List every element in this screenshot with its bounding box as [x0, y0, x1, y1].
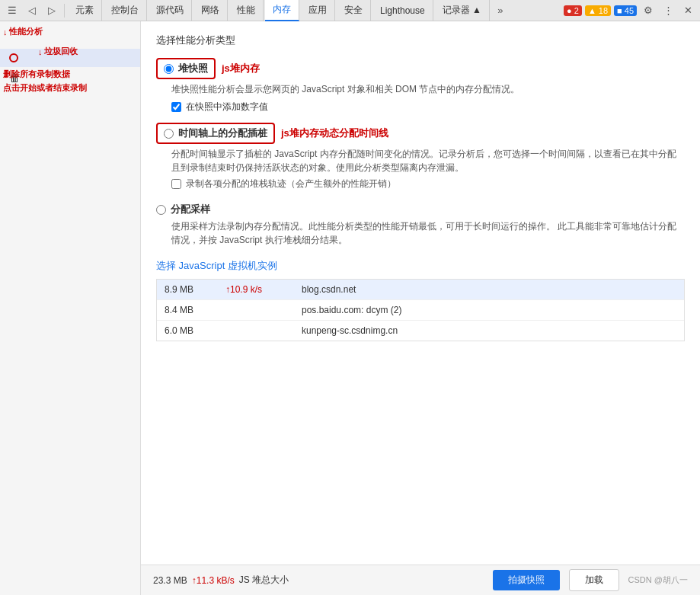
- sampling-radio[interactable]: [156, 205, 166, 215]
- tab-recorder[interactable]: 记录器 ▲: [435, 0, 490, 21]
- timeline-annotation: js堆内存动态分配时间线: [281, 126, 388, 140]
- heap-snapshot-bordered: 堆快照: [156, 58, 216, 79]
- option-sampling: 分配采样 使用采样方法录制内存分配情况。此性能分析类型的性能开销最低，可用于长时…: [156, 203, 685, 247]
- heap-annotation: js堆内存: [222, 62, 260, 75]
- bottom-bar: 23.3 MB ↑11.3 kB/s JS 堆总大小 拍摄快照 加载 CSDN …: [141, 565, 700, 595]
- option-timeline: 时间轴上的分配插桩 js堆内存动态分配时间线 分配时间轴显示了插桩的 JavaS…: [156, 123, 685, 190]
- heap-snapshot-label[interactable]: 堆快照: [178, 62, 208, 75]
- timeline-sub: 录制各项分配的堆栈轨迹（会产生额外的性能开销）: [171, 178, 685, 190]
- timeline-header: 时间轴上的分配插桩 js堆内存动态分配时间线: [156, 123, 685, 144]
- sampling-desc: 使用采样方法录制内存分配情况。此性能分析类型的性能开销最低，可用于长时间运行的操…: [171, 219, 685, 247]
- toolbar: ☰ ◁ ▷ 元素 控制台 源代码 网络 性能 内存 应用 安全 Lighthou…: [0, 0, 700, 21]
- annotation-perf: ↓ 性能分析: [3, 26, 43, 37]
- content-area: 选择性能分析类型 堆快照 js堆内存 堆快照性能分析会显示您网页的 JavaSc…: [141, 21, 700, 595]
- vm-table: 8.9 MB ↑10.9 k/s blog.csdn.net 8.4 MB po…: [156, 279, 685, 341]
- total-size: 23.3 MB: [153, 575, 187, 586]
- menu-icon[interactable]: ☰: [3, 2, 21, 20]
- down-arrow-icon: ↓: [3, 27, 8, 37]
- close-icon[interactable]: ✕: [679, 2, 697, 20]
- heap-sub-options: 在快照中添加数字值: [171, 101, 685, 114]
- more-options-icon[interactable]: ⋮: [659, 2, 677, 20]
- sidebar-item-gc[interactable]: 🗑: [0, 67, 140, 88]
- tab-application[interactable]: 应用: [301, 0, 335, 21]
- heap-snapshot-desc: 堆快照性能分析会显示您网页的 JavaScript 对象和相关 DOM 节点中的…: [171, 82, 685, 96]
- warning-badge[interactable]: ▲ 18: [585, 5, 611, 16]
- vm-size-2: 6.0 MB: [165, 325, 225, 336]
- total-label: JS 堆总大小: [239, 574, 289, 587]
- timeline-desc: 分配时间轴显示了插桩的 JavaScript 内存分配随时间变化的情况。记录分析…: [171, 147, 685, 174]
- heap-snapshot-radio[interactable]: [164, 64, 174, 74]
- record-icon: [9, 53, 18, 62]
- vm-name-2: kunpeng-sc.csdnimg.cn: [302, 325, 676, 336]
- vm-name-1: pos.baidu.com: dcym (2): [302, 305, 676, 315]
- bottom-info: 23.3 MB ↑11.3 kB/s JS 堆总大小: [153, 574, 484, 587]
- info-badge[interactable]: ■ 45: [614, 5, 637, 16]
- back-icon[interactable]: ◁: [23, 2, 41, 20]
- tab-performance[interactable]: 性能: [229, 0, 264, 21]
- error-badge[interactable]: ● 2: [564, 5, 582, 16]
- section-title: 选择性能分析类型: [156, 34, 685, 47]
- sidebar: ↓ 性能分析 ↓ 垃圾回收 删除所有录制数据 点击开始或者结束录制 🗑: [0, 21, 141, 595]
- tab-network[interactable]: 网络: [193, 0, 228, 21]
- tab-memory[interactable]: 内存: [265, 0, 299, 21]
- tab-elements[interactable]: 元素: [68, 0, 102, 21]
- timeline-bordered: 时间轴上的分配插桩: [156, 123, 275, 144]
- vm-rate-2: [225, 325, 302, 336]
- toolbar-separator: [64, 4, 65, 18]
- vm-row-0[interactable]: 8.9 MB ↑10.9 k/s blog.csdn.net: [157, 280, 684, 300]
- vm-size-1: 8.4 MB: [165, 305, 225, 315]
- tab-security[interactable]: 安全: [337, 0, 371, 21]
- tab-sources[interactable]: 源代码: [149, 0, 192, 21]
- vm-row-1[interactable]: 8.4 MB pos.baidu.com: dcym (2): [157, 300, 684, 321]
- more-icon[interactable]: »: [491, 2, 510, 20]
- sidebar-item-perf[interactable]: [0, 49, 140, 67]
- timeline-label[interactable]: 时间轴上的分配插桩: [178, 126, 267, 140]
- sampling-label[interactable]: 分配采样: [171, 203, 210, 216]
- sampling-header: 分配采样: [156, 203, 685, 216]
- gc-icon: 🗑: [9, 72, 20, 84]
- vm-name-0: blog.csdn.net: [302, 284, 676, 295]
- snapshot-button[interactable]: 拍摄快照: [493, 570, 560, 590]
- stack-trace-checkbox[interactable]: [171, 179, 181, 189]
- add-numeric-label: 在快照中添加数字值: [186, 101, 268, 114]
- option-heap-snapshot: 堆快照 js堆内存 堆快照性能分析会显示您网页的 JavaScript 对象和相…: [156, 58, 685, 114]
- forward-icon[interactable]: ▷: [43, 2, 61, 20]
- total-rate: ↑11.3 kB/s: [192, 575, 235, 586]
- tab-console[interactable]: 控制台: [104, 0, 147, 21]
- settings-icon[interactable]: ⚙: [639, 2, 657, 20]
- stack-trace-label: 录制各项分配的堆栈轨迹（会产生额外的性能开销）: [186, 178, 396, 190]
- load-button[interactable]: 加载: [569, 569, 619, 591]
- tab-lighthouse[interactable]: Lighthouse: [372, 0, 433, 21]
- add-numeric-checkbox-label[interactable]: 在快照中添加数字值: [171, 101, 685, 114]
- timeline-radio[interactable]: [164, 129, 174, 139]
- vm-rate-0: ↑10.9 k/s: [225, 284, 302, 295]
- main-layout: ↓ 性能分析 ↓ 垃圾回收 删除所有录制数据 点击开始或者结束录制 🗑 选择性能…: [0, 21, 700, 595]
- vm-section-title: 选择 JavaScript 虚拟机实例: [156, 259, 685, 273]
- add-numeric-checkbox[interactable]: [171, 102, 181, 112]
- vm-row-2[interactable]: 6.0 MB kunpeng-sc.csdnimg.cn: [157, 321, 684, 341]
- vm-size-0: 8.9 MB: [165, 284, 225, 295]
- watermark: CSDN @胡八一: [628, 574, 688, 586]
- vm-rate-1: [225, 305, 302, 315]
